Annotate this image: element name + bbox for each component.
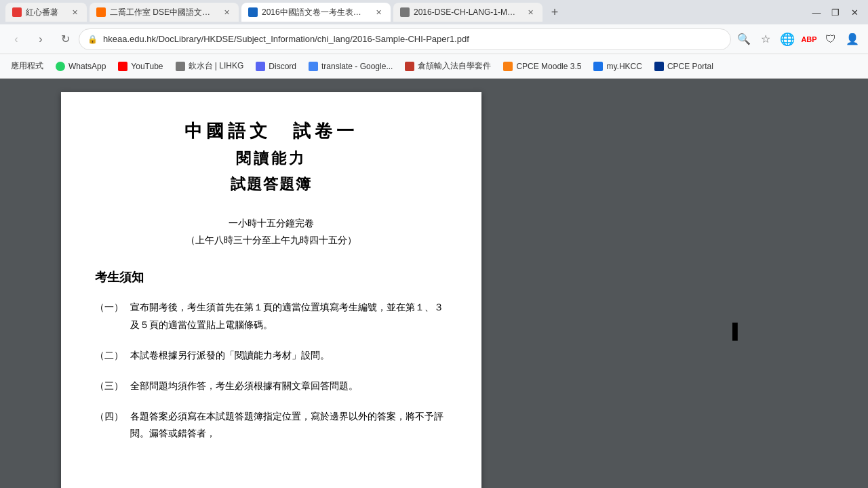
pdf-item4-content: 各題答案必須寫在本試題答題簿指定位置，寫於邊界以外的答案，將不予評閱。漏答或錯答…	[130, 408, 448, 442]
pdf-item2-content: 本試卷根據另行派發的「閱讀能力考材」設問。	[130, 347, 448, 364]
bookmark-whatsapp[interactable]: WhatsApp	[50, 58, 111, 75]
moodle-label: CPCE Moodle 3.5	[516, 62, 581, 71]
chromium-icon[interactable]: 🌐	[777, 29, 797, 49]
title-bar: 紅心番薯 ✕ 二喬工作室 DSE中國語文應試路... ✕ 2016中國語文卷一考…	[0, 0, 868, 24]
window-controls: — ❐ ✕	[808, 4, 863, 20]
pdf-item3-num: （三）	[95, 378, 123, 394]
bookmark-discord[interactable]: Discord	[250, 58, 302, 75]
bookmark-cpce[interactable]: CPCE Portal	[649, 58, 719, 75]
forward-button[interactable]: ›	[30, 28, 52, 50]
cangjie-favicon	[405, 62, 414, 71]
restore-button[interactable]: ❐	[827, 4, 844, 20]
discord-label: Discord	[269, 62, 296, 71]
discord-favicon	[256, 62, 265, 71]
tab1-favicon	[12, 7, 22, 17]
bookmark-cangjie[interactable]: 倉頡輸入法自學套件	[399, 58, 496, 75]
tab3-favicon	[248, 7, 258, 17]
cangjie-label: 倉頡輸入法自學套件	[418, 60, 491, 72]
pdf-item-1: （一） 宣布開考後，考生須首先在第１頁的適當位置填寫考生編號，並在第１、３及５頁…	[95, 299, 448, 333]
pdf-section-header: 考生須知	[95, 269, 448, 285]
pdf-item1-num: （一）	[95, 299, 123, 333]
new-tab-button[interactable]: +	[545, 3, 564, 22]
bookmark-star-icon[interactable]: ☆	[755, 29, 776, 49]
bookmarks-bar: 應用程式 WhatsApp YouTube 欽水台 | LIHKG Discor…	[0, 54, 868, 79]
tab-3[interactable]: 2016中國語文卷一考生表現示例 ✕	[241, 3, 391, 22]
youtube-favicon	[118, 62, 127, 71]
translate-favicon	[309, 62, 318, 71]
lock-icon: 🔒	[87, 35, 98, 44]
tab2-close[interactable]: ✕	[221, 7, 232, 18]
bookmark-moodle[interactable]: CPCE Moodle 3.5	[498, 58, 587, 75]
tab-2[interactable]: 二喬工作室 DSE中國語文應試路... ✕	[90, 3, 239, 22]
pdf-title-section: 中國語文 試卷一 閱讀能力 試題答題簿	[95, 119, 448, 195]
address-bar[interactable]: 🔒 hkeaa.edu.hk/DocLibrary/HKDSE/Subject_…	[79, 28, 731, 50]
cpce-label: CPCE Portal	[667, 62, 713, 71]
pdf-item-4: （四） 各題答案必須寫在本試題答題簿指定位置，寫於邊界以外的答案，將不予評閱。漏…	[95, 408, 448, 442]
profile-icon[interactable]: 👤	[842, 29, 863, 49]
tab4-label: 2016-DSE-CH-LANG-1-MS.pdf	[414, 7, 521, 17]
youtube-label: YouTube	[131, 62, 163, 71]
main-area: 中國語文 試卷一 閱讀能力 試題答題簿 一小時十五分鐘完卷 （上午八時三十分至上…	[0, 79, 868, 488]
pdf-item-3: （三） 全部問題均須作答，考生必須根據有關文章回答問題。	[95, 378, 448, 394]
pdf-item3-content: 全部問題均須作答，考生必須根據有關文章回答問題。	[130, 378, 448, 394]
reload-button[interactable]: ↻	[54, 28, 76, 50]
whatsapp-label: WhatsApp	[68, 62, 106, 71]
search-icon[interactable]: 🔍	[734, 29, 754, 49]
navigation-bar: ‹ › ↻ 🔒 hkeaa.edu.hk/DocLibrary/HKDSE/Su…	[0, 24, 868, 54]
minimize-button[interactable]: —	[808, 4, 825, 20]
translate-label: translate - Google...	[321, 62, 393, 71]
pdf-sub-title1: 閱讀能力	[95, 148, 448, 169]
tab-4[interactable]: 2016-DSE-CH-LANG-1-MS.pdf ✕	[393, 3, 542, 22]
pdf-item-2: （二） 本試卷根據另行派發的「閱讀能力考材」設問。	[95, 347, 448, 364]
tab4-favicon	[400, 7, 410, 17]
pdf-time-line1: 一小時十五分鐘完卷	[95, 215, 448, 232]
pdf-item2-num: （二）	[95, 347, 123, 364]
address-text: hkeaa.edu.hk/DocLibrary/HKDSE/Subject_In…	[103, 34, 722, 44]
bookmark-lihkg[interactable]: 欽水台 | LIHKG	[170, 58, 250, 75]
tab4-close[interactable]: ✕	[525, 7, 536, 18]
tab2-label: 二喬工作室 DSE中國語文應試路...	[110, 7, 217, 18]
cpce-favicon	[654, 62, 664, 71]
bookmark-translate[interactable]: translate - Google...	[303, 58, 398, 75]
myhkcc-favicon	[593, 62, 603, 71]
close-button[interactable]: ✕	[846, 4, 863, 20]
back-button[interactable]: ‹	[5, 28, 27, 50]
pdf-page: 中國語文 試卷一 閱讀能力 試題答題簿 一小時十五分鐘完卷 （上午八時三十分至上…	[61, 92, 481, 488]
whatsapp-favicon	[56, 62, 65, 71]
tab1-close[interactable]: ✕	[69, 7, 80, 18]
bookmark-apps[interactable]: 應用程式	[5, 58, 49, 75]
pdf-sub-title2: 試題答題簿	[95, 174, 448, 195]
tab3-label: 2016中國語文卷一考生表現示例	[262, 7, 369, 18]
adblock-button[interactable]: ABP	[799, 29, 819, 49]
pdf-main-title: 中國語文 試卷一	[95, 119, 448, 143]
bookmark-youtube[interactable]: YouTube	[113, 58, 168, 75]
moodle-favicon	[503, 62, 513, 71]
lihkg-favicon	[176, 62, 185, 71]
pdf-item4-num: （四）	[95, 408, 123, 442]
right-panel: ▌	[542, 79, 868, 488]
pdf-time-info: 一小時十五分鐘完卷 （上午八時三十分至上午九時四十五分）	[95, 215, 448, 249]
tab3-close[interactable]: ✕	[373, 7, 384, 18]
shield-icon[interactable]: 🛡	[821, 29, 841, 49]
lihkg-label: 欽水台 | LIHKG	[189, 60, 244, 72]
cursor: ▌	[732, 323, 743, 340]
tab2-favicon	[96, 7, 106, 17]
nav-right-icons: 🔍 ☆ 🌐 ABP 🛡 👤	[734, 29, 863, 49]
pdf-time-line2: （上午八時三十分至上午九時四十五分）	[95, 232, 448, 249]
apps-label: 應用程式	[11, 60, 43, 72]
tab1-label: 紅心番薯	[26, 7, 58, 18]
pdf-container[interactable]: 中國語文 試卷一 閱讀能力 試題答題簿 一小時十五分鐘完卷 （上午八時三十分至上…	[0, 79, 542, 488]
bookmark-myhkcc[interactable]: my.HKCC	[588, 58, 647, 75]
myhkcc-label: my.HKCC	[606, 62, 642, 71]
tab-1[interactable]: 紅心番薯 ✕	[5, 3, 87, 22]
pdf-item1-content: 宣布開考後，考生須首先在第１頁的適當位置填寫考生編號，並在第１、３及５頁的適當位…	[130, 299, 448, 333]
